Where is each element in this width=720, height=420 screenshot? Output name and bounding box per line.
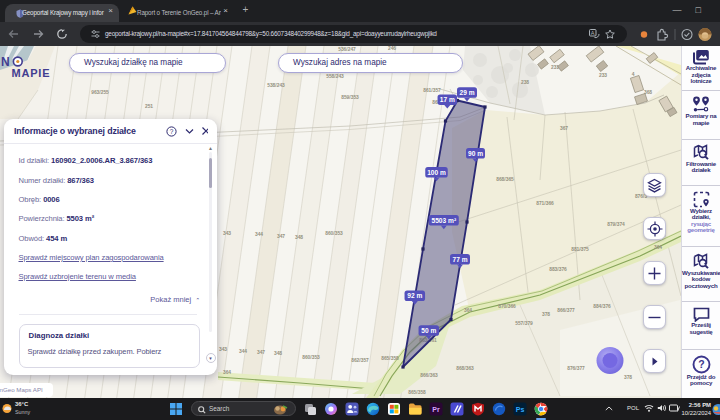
svg-text:866/377: 866/377 [557, 308, 575, 313]
svg-text:876/377: 876/377 [567, 366, 585, 371]
svg-text:17 m: 17 m [440, 96, 455, 103]
svg-text:348: 348 [274, 351, 282, 356]
svg-text:233: 233 [599, 73, 607, 78]
svg-text:90 m: 90 m [468, 150, 483, 157]
svg-text:364: 364 [654, 245, 662, 250]
svg-text:347: 347 [277, 234, 285, 239]
svg-text:29 m: 29 m [459, 89, 474, 96]
svg-text:Pr: Pr [432, 406, 440, 413]
svg-text:538/243: 538/243 [267, 83, 285, 88]
svg-text:246: 246 [388, 46, 396, 51]
svg-text:862/357: 862/357 [351, 358, 369, 363]
svg-text:871/366: 871/366 [536, 201, 554, 206]
svg-text:557/379: 557/379 [515, 321, 533, 326]
svg-text:860/353: 860/353 [325, 231, 343, 236]
svg-text:A: A [591, 30, 595, 36]
svg-text:378: 378 [542, 312, 550, 317]
svg-text:367: 367 [560, 126, 568, 131]
svg-text:378: 378 [624, 375, 632, 380]
svg-text:866/363: 866/363 [420, 373, 438, 378]
svg-text:865/358: 865/358 [381, 356, 399, 361]
svg-text:Ps: Ps [516, 406, 525, 413]
svg-text:868/365: 868/365 [496, 177, 514, 182]
svg-text:?: ? [169, 128, 173, 135]
svg-text:883/376: 883/376 [549, 267, 567, 272]
svg-text:92 m: 92 m [407, 292, 422, 299]
svg-text:963/255: 963/255 [91, 90, 109, 95]
svg-text:364: 364 [464, 308, 472, 313]
svg-text:861/357: 861/357 [423, 88, 441, 93]
svg-text:50 m: 50 m [421, 327, 436, 334]
svg-text:343: 343 [219, 347, 227, 352]
svg-text:558/243: 558/243 [326, 74, 344, 79]
svg-text:77 m: 77 m [452, 256, 467, 263]
svg-text:251: 251 [145, 104, 153, 109]
svg-text:238: 238 [521, 80, 529, 85]
svg-text:344: 344 [239, 349, 247, 354]
svg-text:859/353: 859/353 [341, 95, 359, 100]
svg-text:4: 4 [632, 72, 635, 77]
svg-text:364: 364 [223, 370, 231, 375]
svg-text:MAPIE: MAPIE [12, 67, 51, 79]
svg-text:347: 347 [257, 350, 265, 355]
svg-text:879/374: 879/374 [607, 222, 625, 227]
svg-text:344: 344 [255, 232, 263, 237]
svg-text:368: 368 [644, 90, 652, 95]
svg-text:?: ? [698, 358, 704, 370]
svg-text:860/353: 860/353 [302, 355, 320, 360]
svg-text:5503 m²: 5503 m² [432, 217, 457, 224]
svg-text:231: 231 [551, 65, 559, 70]
svg-text:870/366: 870/366 [498, 304, 516, 309]
svg-text:N: N [1, 55, 10, 69]
svg-text:881/375: 881/375 [571, 247, 589, 252]
svg-text:865/358: 865/358 [408, 390, 426, 395]
svg-text:884/376: 884/376 [593, 304, 611, 309]
svg-text:348: 348 [295, 235, 303, 240]
svg-text:100 m: 100 m [427, 169, 446, 176]
svg-text:343: 343 [223, 231, 231, 236]
svg-text:536/247: 536/247 [338, 47, 356, 52]
svg-text:868/363: 868/363 [456, 366, 474, 371]
